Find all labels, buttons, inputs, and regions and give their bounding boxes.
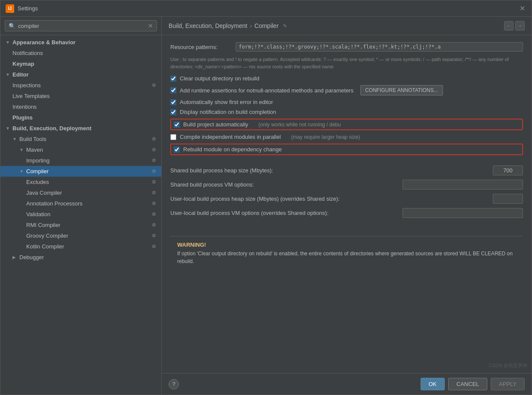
apply-button[interactable]: APPLY [491,378,525,390]
dialog-title: Settings [18,5,38,12]
compile-parallel-checkbox[interactable] [170,134,176,140]
sidebar-item-inspections[interactable]: Inspections ⚙ [0,80,161,91]
search-icon: 🔍 [9,23,15,29]
sidebar-item-compiler[interactable]: ▼ Compiler ⚙ [0,166,161,177]
footer: ? OK CANCEL APPLY [162,373,532,395]
sidebar-item-appearance[interactable]: ▼ Appearance & Behavior [0,37,161,48]
sidebar-item-label: Importing [26,157,49,164]
settings-dialog: IJ Settings ✕ 🔍 ✕ ▼ Appearance & Behavio… [0,0,532,395]
gear-icon: ⚙ [152,83,156,88]
help-button[interactable]: ? [169,379,179,389]
expand-arrow: ▼ [12,137,18,141]
sidebar-item-debugger[interactable]: ▶ Debugger [0,252,161,263]
gear-icon: ⚙ [152,222,156,228]
sidebar-item-rmi-compiler[interactable]: RMI Compiler ⚙ [0,220,161,230]
sidebar-item-label: Notifications [12,50,43,56]
sidebar-item-label: Debugger [19,254,44,260]
sidebar-item-live-templates[interactable]: Live Templates [0,91,161,101]
sidebar-item-label: Kotlin Compiler [26,243,64,250]
close-button[interactable]: ✕ [520,5,526,12]
sidebar-item-label: RMI Compiler [26,222,60,228]
ok-button[interactable]: OK [421,378,445,390]
sidebar-tree: ▼ Appearance & Behavior Notifications Ke… [0,35,161,395]
gear-icon: ⚙ [152,158,156,163]
build-auto-checkbox[interactable] [174,122,180,128]
shared-heap-row: Shared build process heap size (Mbytes): [170,165,523,175]
clear-output-label: Clear output directory on rebuild [180,75,259,82]
sidebar-item-label: Inspections [12,82,41,89]
sidebar-item-annotation-processors[interactable]: Annotation Processors ⚙ [0,198,161,209]
build-auto-row: Build project automatically (only works … [170,119,523,130]
gear-icon: ⚙ [152,201,156,206]
sidebar-item-notifications[interactable]: Notifications [0,48,161,58]
sidebar-item-importing[interactable]: Importing ⚙ [0,155,161,166]
app-icon: IJ [6,4,14,13]
expand-arrow: ▶ [12,255,18,260]
gear-icon: ⚙ [152,233,156,239]
user-vm-input[interactable] [403,208,523,218]
sidebar-item-build-exec[interactable]: ▼ Build, Execution, Deployment [0,123,161,134]
edit-icon: ✎ [283,23,287,29]
sidebar-item-label: Plugins [12,114,33,121]
cancel-button[interactable]: CANCEL [448,378,487,390]
expand-arrow: ▼ [6,126,11,131]
shared-heap-input[interactable] [493,165,523,175]
configure-annotations-button[interactable]: CONFIGURE ANNOTATIONS... [360,85,443,95]
user-heap-row: User-local build process heap size (Mbyt… [170,194,523,204]
rebuild-module-checkbox[interactable] [174,147,180,153]
sidebar-item-label: Build, Execution, Deployment [12,125,91,132]
nav-back-button[interactable]: ← [504,21,514,31]
main-panel: Build, Execution, Deployment › Compiler … [162,17,532,395]
sidebar-item-maven[interactable]: ▼ Maven ⚙ [0,144,161,155]
sidebar-item-plugins[interactable]: Plugins [0,112,161,123]
sidebar-item-kotlin-compiler[interactable]: Kotlin Compiler ⚙ [0,241,161,252]
main-header: Build, Execution, Deployment › Compiler … [162,17,532,35]
compile-parallel-row: Compile independent modules in parallel … [170,134,523,140]
shared-vm-input[interactable] [403,180,523,190]
build-auto-label: Build project automatically [183,121,248,128]
shared-vm-label: Shared build process VM options: [170,180,397,188]
show-first-error-checkbox[interactable] [170,99,176,105]
sidebar: 🔍 ✕ ▼ Appearance & Behavior Notification… [0,17,162,395]
sidebar-item-groovy-compiler[interactable]: Groovy Compiler ⚙ [0,230,161,241]
rebuild-module-label: Rebuild module on dependency change [183,146,282,153]
compile-parallel-note: (may require larger heap size) [291,134,360,140]
clear-output-row: Clear output directory on rebuild [170,75,523,82]
sidebar-item-java-compiler[interactable]: Java Compiler ⚙ [0,187,161,198]
warning-text: If option 'Clear output directory on reb… [177,250,516,265]
gear-icon: ⚙ [152,136,156,142]
sidebar-item-intentions[interactable]: Intentions [0,101,161,112]
user-heap-input[interactable] [493,194,523,204]
nav-arrows: ← → [504,21,525,31]
sidebar-item-validation[interactable]: Validation ⚙ [0,209,161,220]
nav-forward-button[interactable]: → [515,21,525,31]
gear-icon: ⚙ [152,168,156,174]
clear-output-checkbox[interactable] [170,76,176,82]
search-wrapper: 🔍 ✕ [5,20,157,31]
sidebar-item-editor[interactable]: ▼ Editor [0,69,161,80]
gear-icon: ⚙ [152,244,156,249]
expand-arrow: ▼ [6,40,11,45]
display-notification-checkbox[interactable] [170,109,176,115]
breadcrumb: Build, Execution, Deployment › Compiler … [169,22,287,29]
gear-icon: ⚙ [152,211,156,217]
resource-patterns-input[interactable]: form;!?*.class;!?*.groovy;!?*.scala;!?*.… [236,42,523,52]
sidebar-item-build-tools[interactable]: ▼ Build Tools ⚙ [0,134,161,144]
shared-vm-row: Shared build process VM options: [170,180,523,190]
main-content: Resource patterns: form;!?*.class;!?*.gr… [162,35,532,373]
sidebar-item-excludes[interactable]: Excludes ⚙ [0,177,161,187]
sidebar-item-label: Maven [26,147,43,153]
sidebar-item-label: Live Templates [12,93,49,99]
build-auto-note: (only works while not running / debu [258,122,341,128]
breadcrumb-separator: › [250,22,252,29]
rebuild-module-row: Rebuild module on dependency change [170,144,523,155]
sidebar-item-label: Groovy Compiler [26,233,68,239]
search-box: 🔍 ✕ [0,17,161,35]
search-clear-icon[interactable]: ✕ [148,22,153,29]
sidebar-item-keymap[interactable]: Keymap [0,58,161,69]
sidebar-item-label: Annotation Processors [26,200,83,207]
sidebar-item-label: Java Compiler [26,190,62,196]
add-runtime-checkbox[interactable] [170,87,176,93]
sidebar-item-label: Compiler [26,168,49,175]
search-input[interactable] [18,23,145,29]
